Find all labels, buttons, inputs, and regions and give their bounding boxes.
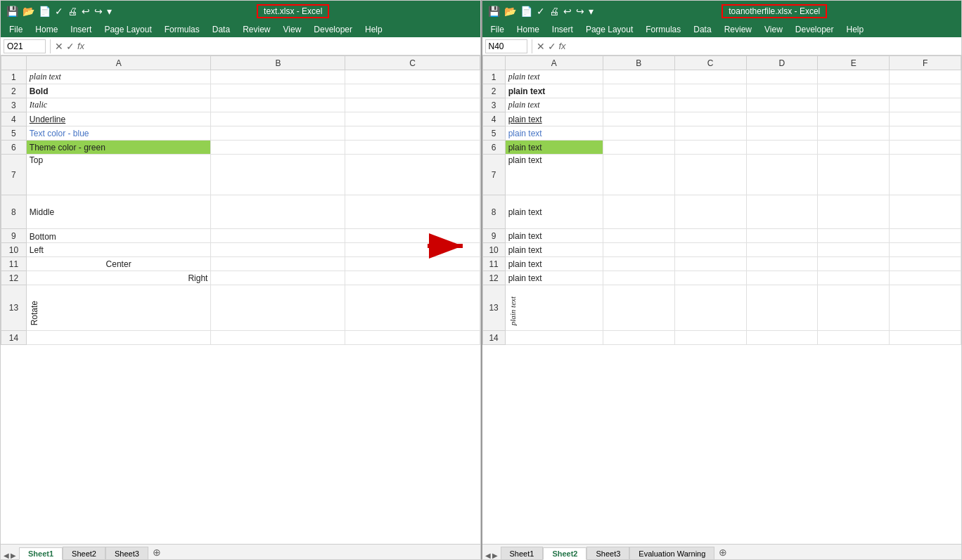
right-cell-d11[interactable] <box>746 257 818 271</box>
left-cell-b1[interactable] <box>211 70 345 84</box>
right-cell-e3[interactable] <box>818 98 890 112</box>
left-tab-sheet3[interactable]: Sheet3 <box>105 547 148 559</box>
right-cell-a5[interactable]: plain text <box>505 126 603 141</box>
dropdown-icon[interactable]: ▾ <box>107 6 112 17</box>
right-cell-f13[interactable] <box>890 285 961 331</box>
left-row-10[interactable]: 10 <box>1 243 27 257</box>
right-cell-a10[interactable]: plain text <box>505 243 603 257</box>
left-menu-pagelayout[interactable]: Page Layout <box>98 23 157 36</box>
left-cell-a11[interactable]: Center <box>26 257 211 271</box>
right-cell-f4[interactable] <box>890 112 961 126</box>
right-cell-a11[interactable]: plain text <box>505 257 603 271</box>
left-confirm-icon[interactable]: ✓ <box>66 41 75 52</box>
right-cell-f9[interactable] <box>890 229 961 243</box>
left-cell-a3[interactable]: Italic <box>26 98 211 112</box>
right-tab-sheet2[interactable]: Sheet2 <box>543 547 586 560</box>
right-cell-d2[interactable] <box>746 84 818 98</box>
right-cell-c9[interactable] <box>674 229 746 243</box>
right-cell-b4[interactable] <box>603 112 674 126</box>
right-menu-insert[interactable]: Insert <box>546 23 579 36</box>
right-cell-f8[interactable] <box>890 195 961 229</box>
right-cell-c5[interactable] <box>674 126 746 141</box>
right-redo-icon[interactable]: ↪ <box>576 6 584 17</box>
left-cell-a1[interactable]: plain text <box>26 70 211 84</box>
left-menu-home[interactable]: Home <box>30 23 63 36</box>
left-cell-a4[interactable]: Underline <box>26 112 211 126</box>
right-cell-e4[interactable] <box>818 112 890 126</box>
right-col-b[interactable]: B <box>603 56 674 70</box>
right-row-13[interactable]: 13 <box>482 285 505 331</box>
right-cell-a13[interactable]: plain text <box>505 285 603 331</box>
right-cell-d10[interactable] <box>746 243 818 257</box>
right-cell-e11[interactable] <box>818 257 890 271</box>
right-cell-a3[interactable]: plain text <box>505 98 603 112</box>
left-menu-view[interactable]: View <box>278 23 307 36</box>
left-cell-b12[interactable] <box>211 271 345 285</box>
right-cell-d4[interactable] <box>746 112 818 126</box>
new-icon[interactable]: 📄 <box>39 6 51 17</box>
left-menu-data[interactable]: Data <box>207 23 236 36</box>
right-cell-e13[interactable] <box>818 285 890 331</box>
right-menu-view[interactable]: View <box>759 23 788 36</box>
right-cell-e5[interactable] <box>818 126 890 141</box>
right-cell-b3[interactable] <box>603 98 674 112</box>
right-cell-a6[interactable]: plain text <box>505 141 603 155</box>
right-col-d[interactable]: D <box>746 56 818 70</box>
left-cell-a6[interactable]: Theme color - green <box>26 141 211 155</box>
right-row-1[interactable]: 1 <box>482 70 505 84</box>
left-cell-b3[interactable] <box>211 98 345 112</box>
right-cell-d1[interactable] <box>746 70 818 84</box>
right-menu-developer[interactable]: Developer <box>790 23 840 36</box>
right-row-10[interactable]: 10 <box>482 243 505 257</box>
right-table-wrapper[interactable]: A B C D E F 1 plain text <box>482 56 962 528</box>
right-cell-e7[interactable] <box>818 155 890 195</box>
left-cell-b7[interactable] <box>211 155 345 195</box>
left-tab-sheet2[interactable]: Sheet2 <box>63 547 105 559</box>
left-cell-a14[interactable] <box>26 331 211 345</box>
left-row-12[interactable]: 12 <box>1 271 27 285</box>
right-row-3[interactable]: 3 <box>482 98 505 112</box>
left-col-b[interactable]: B <box>211 56 345 70</box>
right-cell-a9[interactable]: plain text <box>505 229 603 243</box>
left-cell-b9[interactable] <box>211 229 345 243</box>
left-cell-b11[interactable] <box>211 257 345 271</box>
left-menu-help[interactable]: Help <box>359 23 388 36</box>
right-tab-eval-warning[interactable]: Evaluation Warning <box>629 547 714 559</box>
right-cell-c12[interactable] <box>674 271 746 285</box>
left-cell-c14[interactable] <box>345 331 480 345</box>
right-formula-input[interactable] <box>569 40 958 53</box>
right-cell-e6[interactable] <box>818 141 890 155</box>
right-col-a[interactable]: A <box>505 56 603 70</box>
left-fx-icon[interactable]: fx <box>77 41 84 52</box>
right-cell-c11[interactable] <box>674 257 746 271</box>
left-cell-b4[interactable] <box>211 112 345 126</box>
left-cell-a12[interactable]: Right <box>26 271 211 285</box>
left-cell-ref[interactable] <box>4 39 46 53</box>
right-row-4[interactable]: 4 <box>482 112 505 126</box>
right-cell-c3[interactable] <box>674 98 746 112</box>
left-row-2[interactable]: 2 <box>1 84 27 98</box>
right-cell-d7[interactable] <box>746 155 818 195</box>
right-cell-e9[interactable] <box>818 229 890 243</box>
left-row-13[interactable]: 13 <box>1 285 27 331</box>
right-cell-b12[interactable] <box>603 271 674 285</box>
right-row-6[interactable]: 6 <box>482 141 505 155</box>
right-cell-f5[interactable] <box>890 126 961 141</box>
left-row-4[interactable]: 4 <box>1 112 27 126</box>
right-cell-f7[interactable] <box>890 155 961 195</box>
left-cell-b10[interactable] <box>211 243 345 257</box>
right-cell-b6[interactable] <box>603 141 674 155</box>
right-menu-formulas[interactable]: Formulas <box>640 23 686 36</box>
left-row-9[interactable]: 9 <box>1 229 27 243</box>
right-cell-d8[interactable] <box>746 195 818 229</box>
right-menu-home[interactable]: Home <box>511 23 545 36</box>
right-menu-file[interactable]: File <box>485 23 510 36</box>
left-cell-c2[interactable] <box>345 84 480 98</box>
right-cell-c4[interactable] <box>674 112 746 126</box>
right-new-icon[interactable]: 📄 <box>520 6 532 17</box>
left-add-tab[interactable]: ⊕ <box>148 545 165 559</box>
right-add-tab[interactable]: ⊕ <box>714 545 731 559</box>
right-cell-a8[interactable]: plain text <box>505 195 603 229</box>
right-cell-a7[interactable]: plain text <box>505 155 603 195</box>
right-cell-b9[interactable] <box>603 229 674 243</box>
